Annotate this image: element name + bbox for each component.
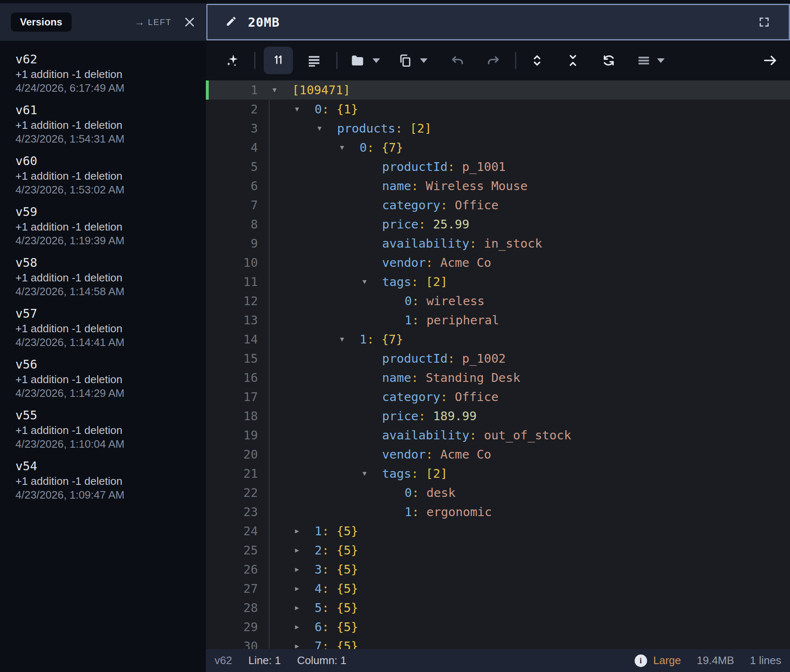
undo-button[interactable] (448, 51, 467, 70)
token-key: tags (382, 464, 411, 483)
json-line[interactable]: 29▶6: {5} (206, 617, 790, 637)
goto-button[interactable] (761, 51, 779, 70)
dock-left-toggle[interactable]: → LEFT (135, 16, 172, 28)
tree-view-toggle-button[interactable] (264, 47, 293, 74)
collapse-node-icon[interactable]: ▼ (317, 119, 337, 138)
open-file-dropdown-caret[interactable] (372, 58, 380, 63)
collapse-node-icon[interactable]: ▼ (339, 330, 360, 349)
token-brk: {7} (381, 138, 403, 157)
json-line[interactable]: 16name: Standing Desk (206, 368, 790, 387)
version-changes: +1 addition -1 deletion (15, 474, 206, 488)
version-item[interactable]: v59+1 addition -1 deletion4/23/2026, 1:1… (15, 204, 206, 248)
copy-icon (398, 53, 412, 68)
version-item[interactable]: v56+1 addition -1 deletion4/23/2026, 1:1… (15, 357, 206, 400)
expand-node-icon[interactable]: ▶ (294, 541, 315, 560)
status-size-class: Large (653, 654, 681, 667)
version-item[interactable]: v55+1 addition -1 deletion4/23/2026, 1:1… (15, 408, 206, 451)
token-brk: {5} (336, 522, 358, 541)
json-line[interactable]: 1▼[109471] (206, 80, 790, 100)
ai-beautify-button[interactable] (223, 51, 242, 70)
json-line[interactable]: 24▶1: {5} (206, 522, 790, 541)
version-item[interactable]: v61+1 addition -1 deletion4/23/2026, 1:5… (15, 103, 206, 146)
close-sidebar-button[interactable] (184, 17, 195, 28)
expand-all-button[interactable] (528, 51, 546, 70)
json-line[interactable]: 17category: Office (206, 387, 790, 406)
line-number: 13 (206, 311, 270, 330)
expand-node-icon[interactable]: ▶ (294, 598, 315, 617)
version-item[interactable]: v60+1 addition -1 deletion4/23/2026, 1:5… (15, 153, 206, 197)
fullscreen-button[interactable] (758, 16, 770, 28)
json-line[interactable]: 3▼products: [2] (206, 119, 790, 138)
json-tree-editor[interactable]: 1▼[109471]2▼0: {1}3▼products: [2]4▼0: {7… (206, 80, 790, 649)
version-label: v54 (15, 459, 206, 474)
line-number: 19 (206, 426, 270, 445)
json-line[interactable]: 131: peripheral (206, 311, 790, 330)
sparkles-icon (225, 53, 240, 68)
expand-node-icon[interactable]: ▶ (294, 522, 315, 541)
expand-node-icon[interactable]: ▶ (294, 617, 315, 637)
line-number: 30 (206, 637, 270, 649)
expand-node-icon[interactable]: ▶ (294, 637, 315, 649)
collapse-node-icon[interactable]: ▼ (339, 138, 360, 157)
copy-dropdown-caret[interactable] (420, 58, 428, 63)
json-line[interactable]: 10vendor: Acme Co (206, 253, 790, 272)
version-item[interactable]: v58+1 addition -1 deletion4/23/2026, 1:1… (15, 255, 206, 298)
json-line[interactable]: 2▼0: {1} (206, 100, 790, 119)
version-changes: +1 addition -1 deletion (15, 169, 206, 183)
token-key: 1 (405, 502, 412, 522)
version-item[interactable]: v54+1 addition -1 deletion4/23/2026, 1:0… (15, 459, 206, 502)
line-number: 3 (206, 119, 270, 138)
json-line[interactable]: 11▼tags: [2] (206, 272, 790, 291)
version-label: v62 (15, 52, 206, 67)
json-line[interactable]: 6name: Wireless Mouse (206, 176, 790, 196)
collapse-node-icon[interactable]: ▼ (272, 80, 292, 100)
arrow-right-icon (762, 53, 778, 68)
expand-node-icon[interactable]: ▶ (294, 579, 315, 598)
json-line[interactable]: 15productId: p_1002 (206, 349, 790, 368)
token-key: 1 (360, 330, 367, 349)
document-header[interactable]: 20MB (206, 4, 790, 40)
json-line[interactable]: 21▼tags: [2] (206, 464, 790, 483)
version-item[interactable]: v62+1 addition -1 deletion4/24/2026, 6:1… (15, 52, 206, 95)
menu-dropdown-caret[interactable] (657, 58, 665, 63)
redo-button[interactable] (484, 51, 502, 70)
version-item[interactable]: v57+1 addition -1 deletion4/23/2026, 1:1… (15, 306, 206, 349)
token-brk: {5} (336, 560, 358, 579)
json-line[interactable]: 19availability: out_of_stock (206, 426, 790, 445)
json-line[interactable]: 5productId: p_1001 (206, 157, 790, 176)
json-line[interactable]: 26▶3: {5} (206, 560, 790, 579)
token-key: vendor (382, 445, 426, 464)
collapse-node-icon[interactable]: ▼ (362, 464, 382, 483)
expand-node-icon[interactable]: ▶ (294, 560, 315, 579)
menu-button[interactable] (635, 51, 653, 70)
collapse-node-icon[interactable]: ▼ (294, 100, 315, 119)
text-view-button[interactable] (305, 51, 323, 70)
json-line[interactable]: 27▶4: {5} (206, 579, 790, 598)
collapse-all-button[interactable] (564, 51, 582, 70)
collapse-node-icon[interactable]: ▼ (362, 272, 382, 291)
json-line[interactable]: 220: desk (206, 483, 790, 502)
json-line[interactable]: 4▼0: {7} (206, 138, 790, 157)
line-number: 15 (206, 349, 270, 368)
token-brk: {5} (336, 637, 358, 649)
json-line[interactable]: 9availability: in_stock (206, 234, 790, 253)
json-line[interactable]: 18price: 189.99 (206, 406, 790, 426)
refresh-button[interactable] (600, 51, 618, 70)
json-line[interactable]: 7category: Office (206, 196, 790, 215)
token-colon: : (418, 406, 433, 426)
json-line[interactable]: 28▶5: {5} (206, 598, 790, 617)
arrow-right-icon: → (135, 16, 145, 28)
open-file-button[interactable] (348, 51, 367, 70)
json-line[interactable]: 20vendor: Acme Co (206, 445, 790, 464)
json-line[interactable]: 14▼1: {7} (206, 330, 790, 349)
version-date: 4/23/2026, 1:09:47 AM (15, 488, 206, 502)
json-line[interactable]: 231: ergonomic (206, 502, 790, 522)
info-icon[interactable]: i (635, 654, 647, 667)
copy-button[interactable] (396, 51, 414, 70)
json-line[interactable]: 25▶2: {5} (206, 541, 790, 560)
json-line[interactable]: 30▶7: {5} (206, 637, 790, 649)
json-line[interactable]: 120: wireless (206, 291, 790, 311)
versions-tab[interactable]: Versions (11, 13, 72, 32)
json-line[interactable]: 8price: 25.99 (206, 215, 790, 234)
status-line-count: 1 lines (750, 654, 781, 667)
